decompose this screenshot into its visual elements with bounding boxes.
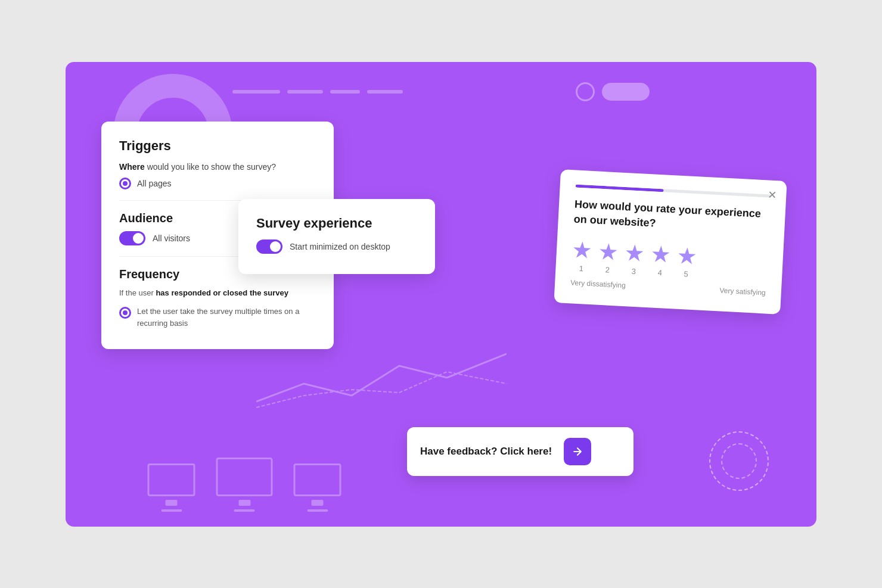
frequency-radio-row[interactable]: Let the user take the survey multiple ti… — [119, 306, 316, 329]
star-icon-1: ★ — [572, 238, 593, 262]
star-item-5[interactable]: ★ 5 — [676, 244, 698, 279]
feedback-text: Have feedback? Click here! — [420, 446, 552, 458]
bg-monitor-stand-1 — [166, 500, 178, 506]
survey-exp-title: Survey experience — [256, 216, 417, 231]
bg-monitor-base-2 — [234, 509, 255, 512]
star-number-1: 1 — [579, 264, 583, 273]
progress-bar-bg — [576, 184, 771, 197]
main-container: Triggers Where would you like to show th… — [66, 62, 816, 527]
bg-monitor-base-1 — [161, 509, 182, 512]
bg-nav-line-1 — [232, 90, 280, 94]
bg-nav-line-3 — [330, 90, 360, 94]
star-item-4[interactable]: ★ 4 — [650, 242, 672, 278]
bg-monitor-base-3 — [307, 509, 328, 512]
bg-monitor-1 — [148, 463, 195, 496]
all-pages-label: All pages — [137, 179, 172, 188]
arrow-right-icon — [572, 446, 583, 458]
star-icon-5: ★ — [676, 244, 698, 267]
star-item-1[interactable]: ★ 1 — [571, 238, 593, 273]
close-button[interactable]: ✕ — [768, 188, 777, 202]
rating-label-left: Very dissatisfying — [570, 278, 626, 290]
audience-toggle-label: All visitors — [153, 234, 190, 243]
star-number-2: 2 — [605, 265, 610, 274]
bg-topbar — [232, 80, 650, 104]
bg-nav-line-4 — [367, 90, 403, 94]
star-item-2[interactable]: ★ 2 — [597, 240, 619, 275]
star-number-3: 3 — [631, 267, 636, 276]
where-label: Where would you like to show the survey? — [119, 162, 316, 172]
frequency-radio[interactable] — [119, 307, 131, 319]
frequency-condition: If the user has responded or closed the … — [119, 287, 316, 299]
bg-desktops — [148, 458, 341, 512]
star-icon-2: ★ — [598, 240, 619, 264]
triggers-title: Triggers — [119, 138, 316, 154]
bg-toggle-pill — [602, 83, 650, 101]
star-icon-3: ★ — [624, 241, 645, 265]
bg-monitor-2 — [216, 458, 273, 496]
rating-card: ✕ How would you rate your experience on … — [554, 169, 787, 315]
bg-desktop-1 — [148, 463, 195, 512]
all-pages-row[interactable]: All pages — [119, 178, 316, 189]
rating-question: How would you rate your experience on ou… — [573, 197, 770, 237]
survey-exp-toggle-label: Start minimized on desktop — [290, 242, 390, 251]
star-number-5: 5 — [684, 269, 688, 278]
survey-exp-toggle-row: Start minimized on desktop — [256, 239, 417, 254]
progress-bar-fill — [576, 184, 664, 192]
bg-monitor-stand-2 — [238, 500, 250, 506]
star-number-4: 4 — [657, 268, 662, 277]
freq-condition-bold: has responded or closed the survey — [156, 288, 288, 297]
star-icon-4: ★ — [650, 242, 672, 266]
star-item-3[interactable]: ★ 3 — [623, 241, 645, 276]
bg-nav-line-2 — [287, 90, 323, 94]
bg-desktop-3 — [294, 463, 341, 512]
where-text: would you like to show the survey? — [145, 162, 276, 172]
bg-monitor-stand-3 — [312, 500, 324, 506]
survey-exp-toggle[interactable] — [256, 239, 282, 254]
frequency-radio-label: Let the user take the survey multiple ti… — [137, 306, 316, 329]
stars-row: ★ 1 ★ 2 ★ 3 ★ 4 ★ 5 — [571, 238, 768, 282]
freq-condition-text: If the user — [119, 288, 156, 297]
dashed-circle-small — [721, 443, 757, 479]
all-pages-radio[interactable] — [119, 178, 131, 189]
feedback-banner: Have feedback? Click here! — [407, 427, 633, 476]
audience-toggle[interactable] — [119, 231, 145, 245]
where-bold: Where — [119, 162, 145, 172]
survey-experience-card: Survey experience Start minimized on des… — [238, 199, 435, 274]
bg-search-icon — [576, 82, 595, 101]
rating-label-right: Very satisfying — [719, 286, 766, 297]
bg-monitor-3 — [294, 463, 341, 496]
bg-line-chart — [256, 342, 507, 419]
bg-desktop-2 — [216, 458, 273, 512]
feedback-arrow-button[interactable] — [564, 438, 591, 465]
